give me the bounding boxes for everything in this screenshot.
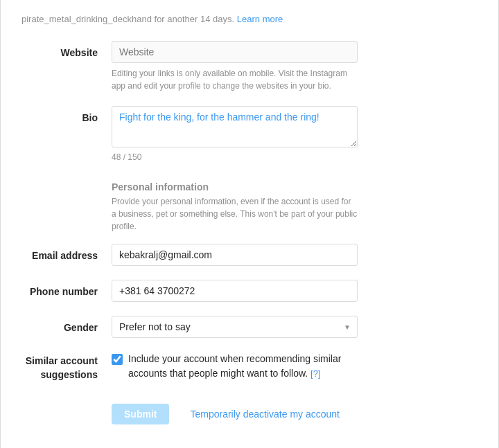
phone-input[interactable] <box>112 280 358 302</box>
gender-field-wrapper: Male Female Prefer not to say Custom ▼ <box>112 316 478 338</box>
bio-row: Bio Fight for the king, for the hammer a… <box>1 100 498 168</box>
similar-accounts-checkbox[interactable] <box>112 354 123 365</box>
website-field: Editing your links is only available on … <box>112 41 478 92</box>
gender-select-wrapper: Male Female Prefer not to say Custom ▼ <box>112 316 358 338</box>
personal-info-description: Provide your personal information, even … <box>112 195 358 233</box>
similar-accounts-text: Include your account when recommending s… <box>128 352 358 381</box>
similar-accounts-label: Similar account suggestions <box>21 352 112 382</box>
website-note: Editing your links is only available on … <box>112 67 358 92</box>
top-note-text: pirate_metal_drinking_deckhand for anoth… <box>21 14 234 24</box>
email-label: Email address <box>21 244 112 263</box>
bio-char-count: 48 / 150 <box>112 152 478 162</box>
gender-select[interactable]: Male Female Prefer not to say Custom <box>112 316 358 338</box>
bio-label: Bio <box>21 106 112 125</box>
bio-field: Fight for the king, for the hammer and t… <box>112 106 478 162</box>
website-input[interactable] <box>112 41 358 63</box>
website-label: Website <box>21 41 112 60</box>
email-field-wrapper <box>112 244 478 266</box>
similar-accounts-checkbox-wrapper: Include your account when recommending s… <box>112 352 358 381</box>
submit-row: Submit Temporarily deactivate my account <box>1 390 498 424</box>
personal-info-heading: Personal information <box>112 181 478 192</box>
learn-more-link[interactable]: Learn more <box>237 14 283 24</box>
email-row: Email address <box>1 238 498 271</box>
phone-field-wrapper <box>112 280 478 302</box>
phone-row: Phone number <box>1 274 498 307</box>
gender-row: Gender Male Female Prefer not to say Cus… <box>1 310 498 343</box>
bio-textarea[interactable]: Fight for the king, for the hammer and t… <box>112 106 358 147</box>
top-note: pirate_metal_drinking_deckhand for anoth… <box>1 14 498 35</box>
similar-accounts-row: Similar account suggestions Include your… <box>1 346 498 387</box>
submit-button[interactable]: Submit <box>112 404 169 424</box>
email-input[interactable] <box>112 244 358 266</box>
personal-info-section: Personal information Provide your person… <box>1 170 498 238</box>
phone-label: Phone number <box>21 280 112 299</box>
page-wrapper: pirate_metal_drinking_deckhand for anoth… <box>0 0 499 448</box>
website-row: Website Editing your links is only avail… <box>1 35 498 98</box>
deactivate-link[interactable]: Temporarily deactivate my account <box>190 409 340 420</box>
similar-accounts-help-link[interactable]: [?] <box>310 368 320 379</box>
similar-accounts-content: Include your account when recommending s… <box>112 352 478 381</box>
gender-label: Gender <box>21 316 112 335</box>
